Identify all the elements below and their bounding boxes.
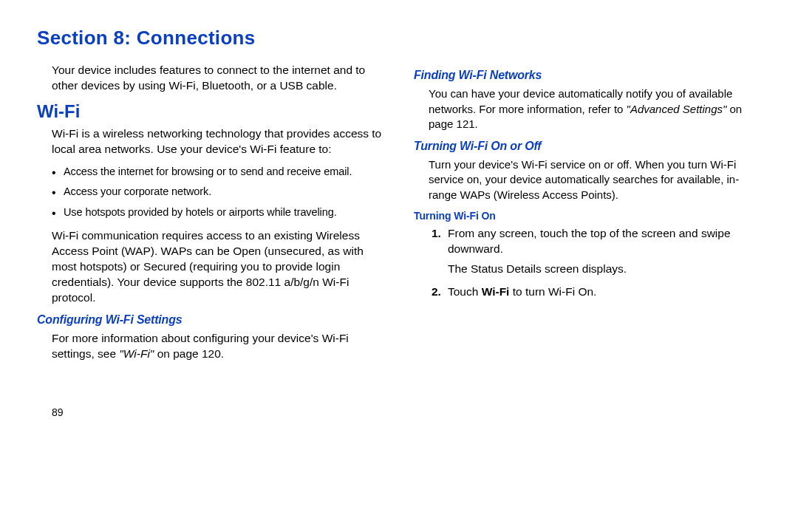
wifi-feature-list: Access the internet for browsing or to s… bbox=[37, 165, 384, 220]
turning-onoff-heading: Turning Wi-Fi On or Off bbox=[414, 140, 761, 153]
cross-reference: "Advanced Settings" bbox=[627, 103, 727, 115]
manual-page: Section 8: Connections Your device inclu… bbox=[0, 0, 798, 433]
step-item: 1. From any screen, touch the top of the… bbox=[432, 226, 761, 277]
step-text: Touch Wi-Fi to turn Wi-Fi On. bbox=[448, 285, 596, 298]
turning-body: Turn your device's Wi-Fi service on or o… bbox=[414, 157, 761, 203]
left-column: Your device includes features to connect… bbox=[37, 63, 384, 418]
turning-on-heading: Turning Wi-Fi On bbox=[414, 210, 761, 222]
intro-paragraph: Your device includes features to connect… bbox=[37, 63, 384, 94]
list-item: Access the internet for browsing or to s… bbox=[52, 165, 384, 180]
finding-body: You can have your device automatically n… bbox=[414, 86, 761, 132]
wifi-body-1: Wi-Fi is a wireless networking technolog… bbox=[37, 126, 384, 157]
text: on page 120. bbox=[154, 347, 224, 360]
finding-heading: Finding Wi-Fi Networks bbox=[414, 69, 761, 82]
two-column-layout: Your device includes features to connect… bbox=[37, 63, 761, 418]
list-item: Access your corporate network. bbox=[52, 185, 384, 200]
wifi-body-2: Wi-Fi communication requires access to a… bbox=[37, 228, 384, 306]
step-number: 2. bbox=[432, 284, 441, 300]
section-title: Section 8: Connections bbox=[37, 27, 761, 50]
step-text: From any screen, touch the top of the sc… bbox=[448, 227, 731, 255]
cross-reference: "Wi-Fi" bbox=[119, 347, 154, 360]
text-bold: Wi-Fi bbox=[482, 285, 510, 298]
right-column: Finding Wi-Fi Networks You can have your… bbox=[414, 63, 761, 418]
step-number: 1. bbox=[432, 226, 441, 242]
step-subtext: The Status Details screen displays. bbox=[448, 262, 761, 277]
list-item: Use hotspots provided by hotels or airpo… bbox=[52, 205, 384, 220]
page-number: 89 bbox=[37, 406, 384, 418]
configuring-body: For more information about configuring y… bbox=[37, 331, 384, 362]
text: Touch bbox=[448, 285, 482, 298]
turning-on-steps: 1. From any screen, touch the top of the… bbox=[414, 226, 761, 300]
step-item: 2. Touch Wi-Fi to turn Wi-Fi On. bbox=[432, 284, 761, 300]
text: to turn Wi-Fi On. bbox=[509, 285, 596, 298]
configuring-heading: Configuring Wi-Fi Settings bbox=[37, 313, 384, 327]
wifi-heading: Wi-Fi bbox=[37, 101, 384, 122]
